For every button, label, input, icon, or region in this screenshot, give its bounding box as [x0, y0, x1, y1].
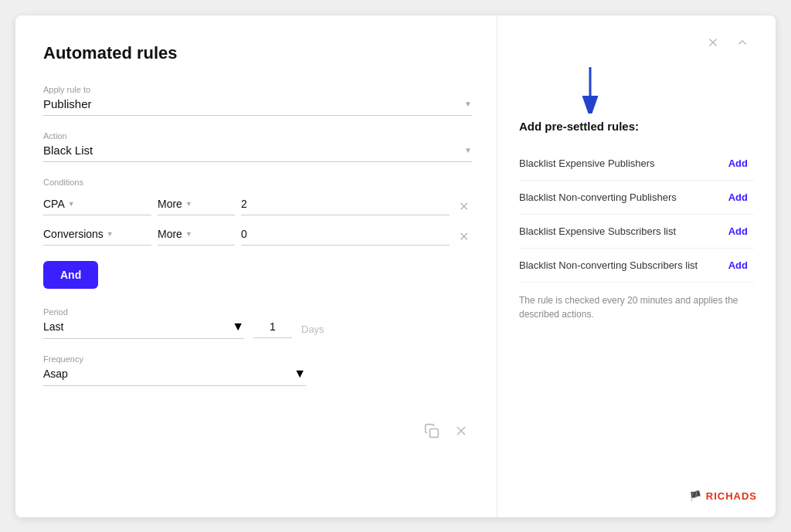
- period-value: Last: [43, 320, 232, 333]
- condition-operator-1-chevron-icon: ▼: [185, 200, 192, 208]
- presettled-item-2-label: Blacklist Non-converting Publishers: [519, 191, 677, 203]
- period-unit: Days: [301, 324, 324, 335]
- action-value: Black List: [43, 144, 464, 157]
- condition-operator-2-value: More: [158, 228, 182, 240]
- frequency-label: Frequency: [43, 354, 472, 364]
- apply-rule-label: Apply rule to: [43, 85, 472, 94]
- left-panel: Automated rules Apply rule to Publisher …: [15, 15, 497, 517]
- presettled-item-1-add-button[interactable]: Add: [722, 154, 754, 172]
- frequency-dropdown[interactable]: Asap ▼: [43, 367, 306, 386]
- arrow-down-icon: [576, 67, 604, 114]
- richads-logo-text: RICHADS: [706, 490, 757, 502]
- presettled-item-1: Blacklist Expensive Publishers Add: [519, 147, 754, 181]
- and-button[interactable]: And: [43, 261, 98, 289]
- frequency-chevron-icon: ▼: [294, 367, 306, 381]
- right-top-actions: [519, 34, 754, 55]
- panel-close-button[interactable]: [701, 34, 725, 55]
- panel-collapse-button[interactable]: [731, 34, 754, 55]
- action-group: Action Black List ▼: [43, 131, 472, 162]
- presettled-item-3: Blacklist Expensive Subscribers list Add: [519, 215, 754, 249]
- condition-metric-2[interactable]: Conversions ▼: [43, 228, 151, 246]
- presettled-item-3-add-button[interactable]: Add: [722, 222, 754, 240]
- svg-rect-0: [430, 429, 439, 438]
- presettled-item-2-add-button[interactable]: Add: [722, 188, 754, 206]
- condition-metric-2-chevron-icon: ▼: [107, 230, 114, 238]
- condition-row-2: Conversions ▼ More ▼ ✕: [43, 228, 472, 246]
- apply-rule-chevron-icon: ▼: [464, 100, 472, 108]
- period-chevron-icon: ▼: [232, 320, 244, 334]
- condition-operator-1-value: More: [158, 198, 182, 210]
- frequency-value: Asap: [43, 368, 294, 380]
- rule-note: The rule is checked every 20 minutes and…: [519, 293, 754, 321]
- frequency-group: Frequency Asap ▼: [43, 354, 472, 386]
- period-number-input[interactable]: [253, 320, 292, 338]
- condition-value-1[interactable]: [241, 198, 450, 215]
- richads-flag-icon: 🏴: [689, 490, 702, 502]
- presettled-item-2: Blacklist Non-converting Publishers Add: [519, 181, 754, 215]
- condition-operator-1[interactable]: More ▼: [158, 198, 235, 215]
- presettled-title: Add pre-settled rules:: [519, 120, 754, 133]
- period-group: Period Last ▼ Days: [43, 307, 472, 339]
- action-label: Action: [43, 131, 472, 141]
- condition-operator-2-chevron-icon: ▼: [185, 230, 192, 238]
- presettled-item-4-label: Blacklist Non-converting Subscribers lis…: [519, 259, 698, 271]
- arrow-container: [519, 67, 754, 114]
- duplicate-button[interactable]: [421, 420, 443, 446]
- condition-metric-1[interactable]: CPA ▼: [43, 198, 151, 215]
- presettled-item-4: Blacklist Non-converting Subscribers lis…: [519, 249, 754, 283]
- period-dropdown[interactable]: Last ▼: [43, 320, 244, 339]
- condition-value-2[interactable]: [241, 228, 450, 246]
- apply-rule-group: Apply rule to Publisher ▼: [43, 85, 472, 116]
- close-bottom-button[interactable]: [450, 420, 472, 446]
- condition-metric-1-value: CPA: [43, 198, 65, 210]
- right-panel: Add pre-settled rules: Blacklist Expensi…: [497, 15, 776, 517]
- presettled-item-1-label: Blacklist Expensive Publishers: [519, 158, 655, 169]
- period-row: Last ▼ Days: [43, 320, 472, 339]
- action-dropdown[interactable]: Black List ▼: [43, 144, 472, 162]
- conditions-label: Conditions: [43, 178, 472, 187]
- bottom-actions: [43, 402, 472, 446]
- apply-rule-value: Publisher: [43, 97, 464, 110]
- condition-operator-2[interactable]: More ▼: [158, 228, 235, 246]
- condition-row-1: CPA ▼ More ▼ ✕: [43, 198, 472, 215]
- period-label: Period: [43, 307, 472, 317]
- apply-rule-dropdown[interactable]: Publisher ▼: [43, 97, 472, 116]
- condition-metric-1-chevron-icon: ▼: [68, 200, 75, 208]
- main-card: Automated rules Apply rule to Publisher …: [15, 15, 776, 517]
- richads-logo: 🏴 RICHADS: [689, 490, 757, 502]
- presettled-item-4-add-button[interactable]: Add: [722, 256, 754, 274]
- presettled-item-3-label: Blacklist Expensive Subscribers list: [519, 225, 676, 237]
- condition-remove-1-button[interactable]: ✕: [456, 199, 472, 214]
- condition-remove-2-button[interactable]: ✕: [456, 229, 472, 244]
- page-title: Automated rules: [43, 43, 472, 63]
- action-chevron-icon: ▼: [464, 146, 472, 154]
- condition-metric-2-value: Conversions: [43, 228, 104, 240]
